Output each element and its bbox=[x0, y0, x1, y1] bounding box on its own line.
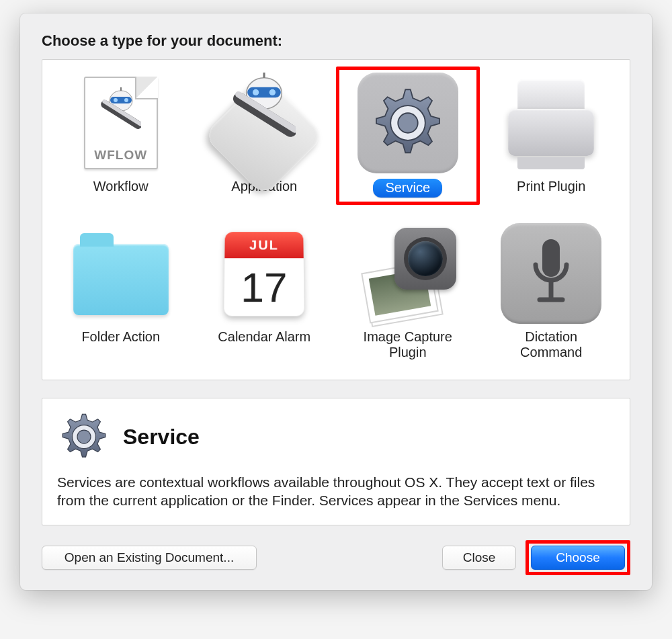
doc-type-application[interactable]: Application bbox=[193, 67, 337, 205]
info-panel: Service Services are contextual workflow… bbox=[42, 398, 630, 525]
info-title: Service bbox=[123, 425, 200, 450]
dialog-button-row: Open an Existing Document... Close Choos… bbox=[42, 540, 630, 575]
doc-type-dictation-command[interactable]: Dictation Command bbox=[480, 217, 624, 368]
choose-button-highlight: Choose bbox=[526, 540, 630, 575]
workflow-doc-icon: WFLOW bbox=[71, 73, 171, 173]
gear-icon bbox=[57, 411, 111, 463]
open-existing-document-button[interactable]: Open an Existing Document... bbox=[42, 546, 257, 570]
doc-type-label: Image Capture Plugin bbox=[351, 329, 465, 360]
doc-type-label: Dictation Command bbox=[494, 329, 608, 360]
microphone-icon bbox=[501, 223, 601, 324]
doc-type-label: Workflow bbox=[93, 179, 149, 194]
doc-type-label: Calendar Alarm bbox=[218, 329, 310, 345]
gear-icon bbox=[358, 73, 458, 173]
folder-icon bbox=[71, 223, 171, 324]
document-type-grid-panel: WFLOW Workflow Application bbox=[42, 59, 630, 380]
doc-type-service[interactable]: Service bbox=[336, 67, 480, 205]
doc-type-print-plugin[interactable]: Print Plugin bbox=[480, 67, 624, 205]
doc-type-calendar-alarm[interactable]: JUL 17 Calendar Alarm bbox=[193, 217, 337, 368]
calendar-icon: JUL 17 bbox=[214, 223, 314, 324]
dialog-heading: Choose a type for your document: bbox=[42, 32, 630, 50]
doc-type-label-selected: Service bbox=[373, 179, 442, 198]
close-button[interactable]: Close bbox=[442, 546, 516, 570]
camera-photos-icon bbox=[358, 223, 458, 324]
template-chooser-dialog: Choose a type for your document: WFLOW W… bbox=[20, 13, 652, 590]
doc-type-workflow[interactable]: WFLOW Workflow bbox=[49, 67, 193, 205]
choose-button[interactable]: Choose bbox=[531, 546, 625, 570]
doc-type-label: Print Plugin bbox=[517, 179, 585, 194]
doc-type-folder-action[interactable]: Folder Action bbox=[49, 217, 193, 368]
info-description: Services are contextual workflows availa… bbox=[57, 474, 615, 510]
svg-rect-9 bbox=[542, 239, 560, 277]
doc-type-label: Folder Action bbox=[81, 329, 160, 345]
printer-icon bbox=[501, 73, 601, 173]
application-robot-icon bbox=[214, 73, 314, 173]
doc-type-image-capture-plugin[interactable]: Image Capture Plugin bbox=[336, 217, 480, 368]
